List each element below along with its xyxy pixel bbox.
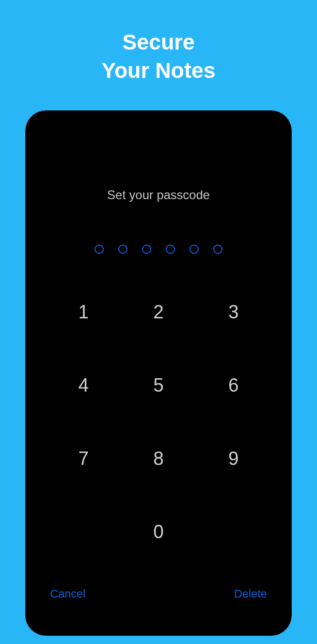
keypad-key-6[interactable]: 6: [196, 375, 271, 396]
keypad-key-5[interactable]: 5: [121, 375, 196, 396]
passcode-dot: [94, 245, 104, 254]
keypad-key-7[interactable]: 7: [46, 448, 121, 470]
keypad-key-9[interactable]: 9: [196, 448, 271, 470]
bottom-actions: Cancel Delete: [46, 587, 271, 601]
title-line-2: Your Notes: [102, 58, 216, 83]
page-title: Secure Your Notes: [102, 28, 216, 85]
keypad-key-8[interactable]: 8: [121, 448, 196, 470]
cancel-button[interactable]: Cancel: [50, 587, 85, 601]
passcode-dots-container: [46, 245, 271, 254]
delete-button[interactable]: Delete: [234, 587, 267, 601]
keypad-key-3[interactable]: 3: [196, 301, 271, 323]
passcode-dot: [166, 245, 175, 254]
keypad-key-2[interactable]: 2: [121, 301, 196, 323]
passcode-dot: [118, 245, 128, 254]
keypad-key-1[interactable]: 1: [46, 301, 121, 323]
numeric-keypad: 1 2 3 4 5 6 7 8 9 0: [46, 301, 271, 543]
keypad-key-4[interactable]: 4: [46, 375, 121, 396]
title-line-1: Secure: [122, 30, 195, 54]
passcode-prompt: Set your passcode: [46, 188, 271, 202]
phone-frame: Set your passcode 1 2 3 4 5 6 7 8 9 0 Ca…: [25, 110, 292, 636]
passcode-dot: [213, 245, 223, 254]
passcode-dot: [142, 245, 151, 254]
passcode-dot: [189, 245, 199, 254]
keypad-key-0[interactable]: 0: [121, 521, 196, 543]
